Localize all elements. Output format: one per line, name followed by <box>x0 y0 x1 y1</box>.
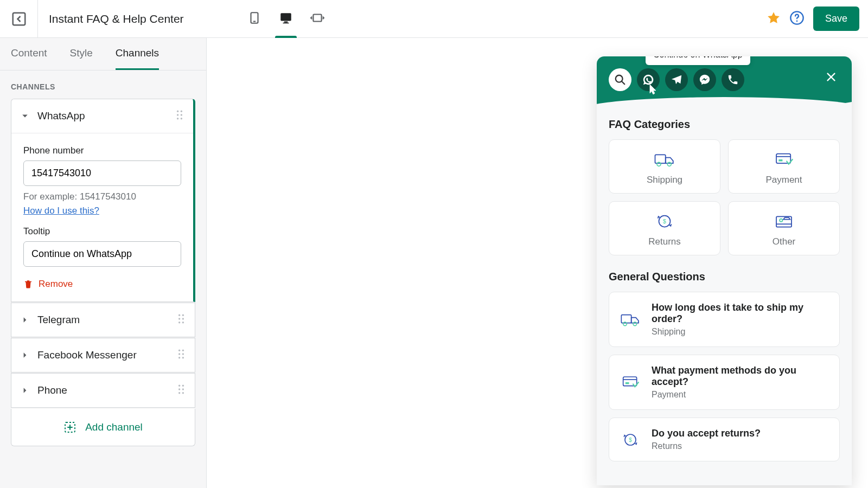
chevron-down-icon <box>21 112 29 120</box>
svg-point-9 <box>177 111 178 112</box>
widget-close-button[interactable] <box>822 68 840 86</box>
question-2-title: What payment methods do you accept? <box>652 365 829 388</box>
channel-phone-header[interactable]: Phone <box>11 374 195 407</box>
svg-rect-39 <box>776 154 790 164</box>
device-toggles <box>244 8 328 30</box>
tab-content[interactable]: Content <box>11 38 47 70</box>
page-title: Instant FAQ & Help Center <box>49 12 184 25</box>
channel-messenger: Facebook Messenger <box>11 338 195 373</box>
channels-section-label: CHANNELS <box>0 70 206 99</box>
back-button[interactable] <box>0 0 38 38</box>
category-payment-label: Payment <box>765 175 802 185</box>
svg-rect-0 <box>12 12 25 25</box>
faq-categories-title: FAQ Categories <box>609 118 840 131</box>
payment-icon <box>772 150 796 169</box>
question-2-category: Payment <box>652 390 829 400</box>
drag-handle-icon[interactable] <box>176 110 183 122</box>
tab-style[interactable]: Style <box>70 38 93 70</box>
chevron-right-icon <box>21 316 29 324</box>
sidebar: Content Style Channels CHANNELS WhatsApp… <box>0 38 206 488</box>
svg-point-24 <box>182 353 184 355</box>
chevron-right-icon <box>21 351 29 359</box>
question-2[interactable]: What payment methods do you accept? Paym… <box>609 355 840 410</box>
back-arrow-icon <box>11 11 27 27</box>
category-shipping[interactable]: Shipping <box>609 139 720 194</box>
category-grid: Shipping Payment $ Returns <box>609 139 840 255</box>
fullscreen-preview-button[interactable] <box>307 8 328 30</box>
channel-telegram-header[interactable]: Telegram <box>11 303 195 337</box>
svg-rect-4 <box>284 22 288 23</box>
telegram-icon <box>671 74 682 86</box>
wave-decoration <box>597 99 852 108</box>
category-returns[interactable]: $ Returns <box>609 201 720 255</box>
drag-handle-icon[interactable] <box>177 314 185 326</box>
phone-input[interactable] <box>23 160 181 186</box>
tooltip-popup: Continue on WhatsApp <box>646 56 750 65</box>
top-right-actions: Save <box>767 7 859 31</box>
widget-whatsapp-button[interactable] <box>637 68 660 91</box>
returns-icon: $ <box>619 428 642 451</box>
svg-point-12 <box>181 114 182 115</box>
category-payment[interactable]: Payment <box>728 139 840 194</box>
other-icon <box>772 211 796 231</box>
channel-messenger-header[interactable]: Facebook Messenger <box>11 338 195 372</box>
tooltip-input[interactable] <box>23 241 181 267</box>
svg-point-31 <box>178 392 180 394</box>
svg-rect-52 <box>626 382 629 384</box>
question-3[interactable]: $ Do you accept returns? Returns <box>609 418 840 461</box>
svg-rect-41 <box>778 159 782 162</box>
desktop-icon <box>279 11 293 25</box>
svg-rect-36 <box>655 155 666 163</box>
svg-point-23 <box>178 353 180 355</box>
tooltip-label: Tooltip <box>23 226 181 237</box>
add-channel-button[interactable]: Add channel <box>11 409 195 446</box>
phone-help-text: For example: 15417543010 <box>23 191 181 202</box>
expand-icon <box>310 11 324 25</box>
payment-icon <box>619 371 642 394</box>
phone-label: Phone number <box>23 145 181 156</box>
mobile-preview-button[interactable] <box>244 8 265 30</box>
category-other-label: Other <box>773 236 796 247</box>
widget-telegram-button[interactable] <box>665 68 688 91</box>
channel-phone: Phone <box>11 373 195 408</box>
category-other[interactable]: Other <box>728 201 840 255</box>
trash-icon <box>23 279 33 289</box>
channel-list: WhatsApp Phone number For example: 15417… <box>0 99 206 457</box>
svg-point-19 <box>178 322 180 323</box>
desktop-preview-button[interactable] <box>275 8 297 30</box>
question-1-category: Shipping <box>652 327 829 337</box>
shipping-icon <box>653 150 676 169</box>
help-icon[interactable] <box>789 10 805 28</box>
widget-phone-button[interactable] <box>722 68 744 91</box>
svg-point-28 <box>182 385 184 387</box>
returns-icon: $ <box>653 211 676 231</box>
save-button[interactable]: Save <box>813 7 859 31</box>
svg-point-15 <box>178 314 180 316</box>
tab-channels[interactable]: Channels <box>116 38 159 70</box>
svg-point-29 <box>178 388 180 390</box>
svg-point-27 <box>178 385 180 387</box>
svg-point-10 <box>181 111 182 112</box>
remove-button[interactable]: Remove <box>23 279 181 290</box>
svg-rect-6 <box>313 15 321 22</box>
svg-rect-5 <box>283 23 289 24</box>
star-icon[interactable] <box>767 11 781 27</box>
drag-handle-icon[interactable] <box>177 384 185 396</box>
svg-rect-3 <box>280 13 291 21</box>
add-channel-label: Add channel <box>85 421 143 433</box>
svg-point-18 <box>182 318 184 319</box>
widget-search-button[interactable] <box>609 68 631 91</box>
svg-rect-47 <box>621 315 631 323</box>
widget-messenger-button[interactable] <box>693 68 716 91</box>
channel-telegram-name: Telegram <box>37 314 177 326</box>
svg-text:$: $ <box>663 218 666 224</box>
question-1[interactable]: How long does it take to ship my order? … <box>609 292 840 347</box>
channel-whatsapp-header[interactable]: WhatsApp <box>11 99 193 133</box>
svg-point-8 <box>796 20 798 22</box>
drag-handle-icon[interactable] <box>177 349 185 361</box>
sidebar-tabs: Content Style Channels <box>0 38 206 70</box>
help-link[interactable]: How do I use this? <box>23 206 99 216</box>
widget-body: FAQ Categories Shipping Payment <box>597 108 852 485</box>
preview-area: Continue on WhatsApp <box>206 38 868 488</box>
search-icon <box>614 74 626 86</box>
